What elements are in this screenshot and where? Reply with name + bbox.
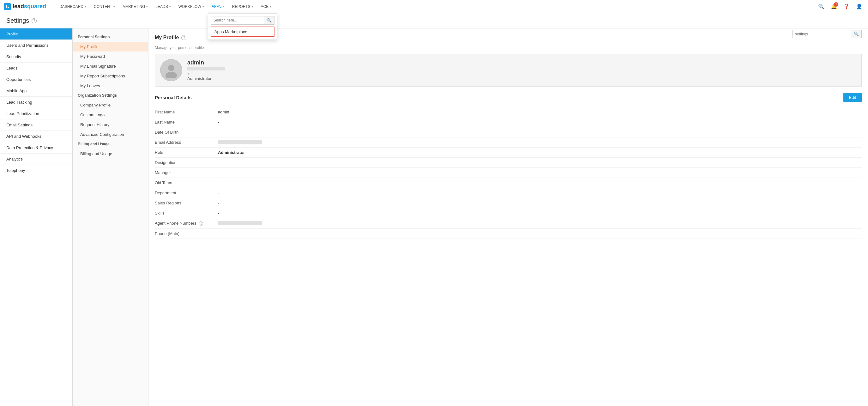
settings-item-billing-usage[interactable]: Billing and Usage [73, 149, 148, 159]
apps-search-button[interactable]: 🔍 [264, 17, 274, 24]
detail-label-phone-main: Phone (Main) [155, 231, 218, 236]
settings-search-container: 🔍 [792, 30, 862, 38]
detail-value-agent-phone [218, 221, 262, 225]
nav-ace[interactable]: ACE ▾ [257, 0, 275, 13]
detail-label-firstname: First Name [155, 110, 218, 114]
nav-workflow[interactable]: WORKFLOW ▾ [175, 0, 208, 13]
settings-item-my-email-signature[interactable]: My Email Signature [73, 61, 148, 71]
profile-help-icon[interactable]: ? [181, 35, 186, 40]
detail-row-designation: Designation - [155, 158, 862, 168]
settings-item-my-report-subscriptions[interactable]: My Report Subscriptions [73, 71, 148, 81]
sidebar-item-leads[interactable]: Leads [0, 63, 72, 74]
detail-value-skills: - [218, 211, 219, 216]
sidebar-item-profile[interactable]: Profile [0, 28, 72, 40]
settings-search-button[interactable]: 🔍 [851, 30, 861, 38]
sidebar-item-opportunities[interactable]: Opportunities [0, 74, 72, 85]
search-button[interactable]: 🔍 [816, 2, 826, 12]
settings-item-my-password[interactable]: My Password [73, 52, 148, 61]
nav-items: DASHBOARD ▾ CONTENT ▾ MARKETING ▾ LEADS … [56, 0, 816, 13]
logo-text-lead: lead [12, 3, 24, 10]
detail-label-role: Role [155, 150, 218, 155]
help-button[interactable]: ❓ [841, 2, 851, 12]
info-icon[interactable]: ℹ [199, 221, 203, 226]
detail-label-department: Department [155, 190, 218, 195]
avatar-role: Administrator [187, 76, 225, 81]
svg-rect-2 [7, 7, 9, 8]
apps-marketplace-item[interactable]: Apps Marketplace [211, 27, 275, 37]
middle-panel: Personal Settings My Profile My Password… [73, 28, 149, 406]
detail-row-lastname: Last Name - [155, 117, 862, 127]
nav-leads[interactable]: LEADS ▾ [152, 0, 174, 13]
detail-label-designation: Designation [155, 160, 218, 165]
details-section: Personal Details Edit First Name admin L… [155, 93, 862, 239]
logo-icon [4, 3, 11, 10]
profile-button[interactable]: 👤 [854, 2, 864, 12]
top-navigation: leadsquared DASHBOARD ▾ CONTENT ▾ MARKET… [0, 0, 868, 13]
apps-search-container: 🔍 [211, 16, 275, 25]
chevron-down-icon: ▾ [114, 5, 115, 8]
page-title: Settings [6, 17, 29, 24]
detail-row-department: Department - [155, 188, 862, 198]
sidebar-item-security[interactable]: Security [0, 51, 72, 63]
detail-value-lastname: - [218, 120, 219, 124]
sidebar-item-data-protection[interactable]: Data Protection & Privacy [0, 142, 72, 154]
left-sidebar: Profile Users and Permissions Security L… [0, 28, 73, 406]
chevron-down-icon: ▾ [146, 5, 148, 8]
detail-row-skills: Skills - [155, 208, 862, 218]
logo-text-squared: squared [24, 3, 46, 10]
detail-value-email [218, 140, 262, 145]
notifications-button[interactable]: 🔔 2 [829, 2, 839, 12]
settings-item-custom-logo[interactable]: Custom Logo [73, 110, 148, 120]
nav-apps[interactable]: APPS ▾ [208, 0, 228, 13]
profile-subtitle: Manage your personal profile [155, 45, 862, 50]
sidebar-item-telephony[interactable]: Telephony [0, 165, 72, 176]
settings-item-advanced-config[interactable]: Advanced Configuration [73, 129, 148, 139]
page-help-icon[interactable]: ? [32, 18, 37, 23]
apps-search-input[interactable] [211, 17, 264, 24]
avatar-section: admin + Administrator [155, 54, 862, 87]
sidebar-item-lead-tracking[interactable]: Lead Tracking [0, 97, 72, 108]
edit-button[interactable]: Edit [843, 93, 862, 102]
avatar-info: admin + Administrator [187, 59, 225, 81]
profile-title: My Profile [155, 35, 179, 40]
chevron-down-icon: ▾ [85, 5, 86, 8]
sidebar-item-mobile-app[interactable]: Mobile App [0, 85, 72, 97]
nav-marketing[interactable]: MARKETING ▾ [119, 0, 152, 13]
sidebar-item-lead-prioritization[interactable]: Lead Prioritization [0, 108, 72, 119]
settings-item-request-history[interactable]: Request History [73, 120, 148, 129]
detail-row-phone-main: Phone (Main) - [155, 229, 862, 239]
detail-value-manager: - [218, 170, 219, 175]
sidebar-item-users-permissions[interactable]: Users and Permissions [0, 40, 72, 51]
avatar [160, 59, 182, 81]
sidebar-item-analytics[interactable]: Analytics [0, 154, 72, 165]
detail-row-role: Role Administrator [155, 148, 862, 158]
detail-value-old-team: - [218, 180, 219, 185]
detail-value-department: - [218, 190, 219, 195]
detail-value-phone-main: - [218, 231, 219, 236]
settings-search-input[interactable] [793, 30, 851, 38]
nav-dashboard[interactable]: DASHBOARD ▾ [56, 0, 90, 13]
detail-label-lastname: Last Name [155, 120, 218, 124]
settings-item-company-profile[interactable]: Company Profile [73, 100, 148, 110]
sidebar-item-api-webhooks[interactable]: API and Webhooks [0, 131, 72, 142]
page-header: Settings ? 🔍 [0, 13, 868, 28]
detail-value-designation: - [218, 160, 219, 165]
settings-item-my-leaves[interactable]: My Leaves [73, 81, 148, 91]
details-title: Personal Details [155, 95, 192, 100]
detail-label-skills: Skills [155, 211, 218, 216]
detail-label-email: Email Address [155, 140, 218, 145]
detail-label-dob: Date Of Birth [155, 130, 218, 134]
nav-content[interactable]: CONTENT ▾ [90, 0, 119, 13]
detail-row-old-team: Old Team - [155, 178, 862, 188]
svg-rect-0 [5, 4, 10, 9]
settings-item-my-profile[interactable]: My Profile [73, 42, 148, 52]
detail-row-email: Email Address [155, 137, 862, 148]
main-layout: Profile Users and Permissions Security L… [0, 28, 868, 406]
sidebar-item-email-settings[interactable]: Email Settings [0, 119, 72, 131]
group-title-billing: Billing and Usage [73, 139, 148, 149]
logo[interactable]: leadsquared [4, 3, 46, 10]
svg-rect-1 [6, 5, 7, 8]
chevron-down-icon: ▾ [203, 5, 204, 8]
nav-reports[interactable]: REPORTS ▾ [228, 0, 257, 13]
detail-row-manager: Manager - [155, 168, 862, 178]
